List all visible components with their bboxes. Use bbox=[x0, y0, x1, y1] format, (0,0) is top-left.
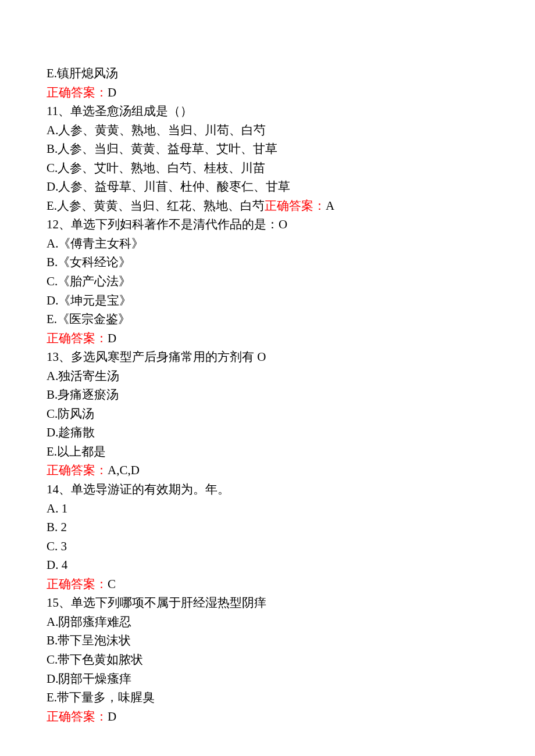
answer-value: C bbox=[108, 577, 116, 591]
answer-value: D bbox=[108, 85, 116, 99]
q13-option-e: E.以上都是 bbox=[47, 442, 488, 461]
q14-option-b: B. 2 bbox=[47, 518, 488, 537]
q11-option-a: A.人参、黄黄、熟地、当归、川苟、白芍 bbox=[47, 121, 488, 140]
q12-answer: 正确答案：D bbox=[47, 329, 488, 348]
q14-option-c: C. 3 bbox=[47, 537, 488, 556]
q13-answer: 正确答案：A,C,D bbox=[47, 461, 488, 480]
q15-option-b: B.带下呈泡沫状 bbox=[47, 631, 488, 650]
q11-option-e-answer: E.人参、黄黄、当归、红花、熟地、白芍正确答案：A bbox=[47, 196, 488, 216]
q11-option-d: D.人参、益母草、川苜、杜仲、酸枣仁、甘草 bbox=[47, 177, 488, 196]
q12-option-c: C.《胎产心法》 bbox=[47, 272, 488, 291]
q14-option-a: A. 1 bbox=[47, 499, 488, 518]
answer-label: 正确答案： bbox=[47, 331, 108, 345]
q13-option-d: D.趁痛散 bbox=[47, 423, 488, 442]
q15-answer: 正确答案：D bbox=[47, 707, 488, 726]
q12-option-b: B.《女科经论》 bbox=[47, 253, 488, 272]
q11-stem: 11、单选圣愈汤组成是（） bbox=[47, 102, 488, 121]
q13-option-b: B.身痛逐瘀汤 bbox=[47, 385, 488, 404]
q15-option-c: C.带下色黄如脓状 bbox=[47, 650, 488, 669]
answer-label: 正确答案： bbox=[47, 463, 108, 477]
q10-option-e: E.镇肝熄风汤 bbox=[47, 64, 488, 83]
q14-stem: 14、单选导游证的有效期为。年。 bbox=[47, 480, 488, 499]
answer-value: D bbox=[108, 710, 116, 723]
q11-option-b: B.人参、当归、黄黄、益母草、艾叶、甘草 bbox=[47, 139, 488, 159]
q12-stem: 12、单选下列妇科著作不是清代作品的是：O bbox=[47, 215, 488, 234]
q12-option-e: E.《医宗金鉴》 bbox=[47, 310, 488, 329]
q13-option-c: C.防风汤 bbox=[47, 404, 488, 424]
q12-option-a: A.《傅青主女科》 bbox=[47, 234, 488, 253]
answer-label: 正确答案： bbox=[265, 199, 326, 213]
answer-value: A,C,D bbox=[108, 463, 140, 477]
q10-answer: 正确答案：D bbox=[47, 83, 488, 102]
answer-label: 正确答案： bbox=[47, 85, 108, 99]
answer-label: 正确答案： bbox=[47, 577, 108, 591]
q15-option-d: D.阴部干燥瘙痒 bbox=[47, 669, 488, 689]
q11-option-c: C.人参、艾叶、熟地、白芍、桂枝、川苗 bbox=[47, 159, 488, 178]
answer-value: D bbox=[108, 331, 116, 345]
q14-answer: 正确答案：C bbox=[47, 575, 488, 594]
q11-option-e: E.人参、黄黄、当归、红花、熟地、白芍 bbox=[47, 199, 265, 213]
page: E.镇肝熄风汤 正确答案：D 11、单选圣愈汤组成是（） A.人参、黄黄、熟地、… bbox=[0, 0, 535, 756]
q14-option-d: D. 4 bbox=[47, 556, 488, 575]
q15-option-e: E.带下量多，味腥臭 bbox=[47, 688, 488, 707]
q15-stem: 15、单选下列哪项不属于肝经湿热型阴痒 bbox=[47, 593, 488, 612]
q13-stem: 13、多选风寒型产后身痛常用的方剂有 O bbox=[47, 347, 488, 367]
q13-option-a: A.独活寄生汤 bbox=[47, 367, 488, 386]
answer-label: 正确答案： bbox=[47, 710, 108, 723]
answer-value: A bbox=[326, 199, 334, 213]
q12-option-d: D.《坤元是宝》 bbox=[47, 291, 488, 310]
q15-option-a: A.阴部瘙痒难忍 bbox=[47, 612, 488, 632]
